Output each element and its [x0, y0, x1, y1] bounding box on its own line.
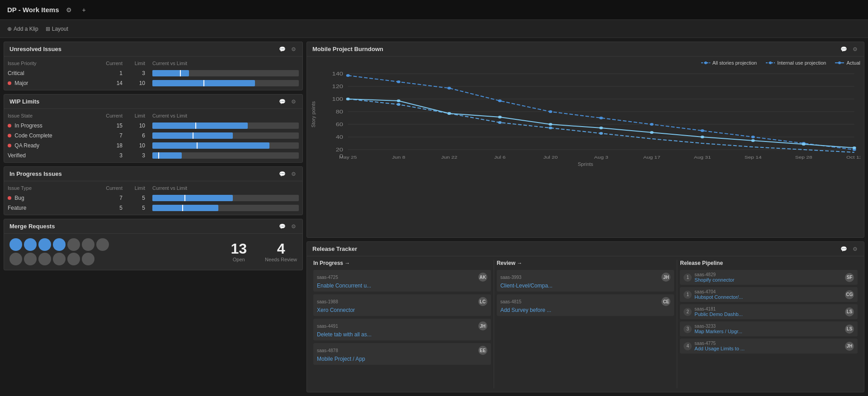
svg-point-49	[346, 98, 350, 100]
pipeline-card[interactable]: 2 saas-4181 Public Demo Dashb... LS	[680, 304, 858, 319]
merge-circle	[96, 238, 109, 251]
unresolved-issues-widget: Unresolved Issues 💬 ⚙ Issue Priority Cur…	[4, 42, 303, 90]
svg-text:140: 140	[332, 71, 343, 77]
review-card[interactable]: saas-3993 JH Client-Level/Compa...	[497, 270, 675, 292]
gear-button[interactable]: ⚙	[852, 246, 859, 252]
review-cards: saas-3993 JH Client-Level/Compa... saas-…	[497, 270, 675, 316]
svg-point-48	[599, 132, 603, 135]
svg-text:40: 40	[336, 134, 343, 140]
gear-button[interactable]: ⚙	[852, 46, 859, 52]
pipeline-card[interactable]: 1 saas-4829 Shopify connector SF	[680, 270, 858, 285]
merge-circle	[53, 253, 66, 265]
release-card[interactable]: saas-4725 AK Enable Concurrent u...	[313, 270, 491, 292]
pipeline-card[interactable]: 4 saas-4775 Add Usage Limits to ... JH	[680, 339, 858, 354]
bar-marker	[184, 195, 185, 201]
comment-button[interactable]: 💬	[278, 46, 287, 52]
svg-point-5	[838, 61, 841, 64]
wip-limits-header: WIP Limits 💬 ⚙	[4, 94, 302, 109]
add-tab-button[interactable]: +	[79, 5, 88, 14]
pipeline-id: saas-4181	[694, 306, 842, 311]
release-card[interactable]: saas-4491 JH Delete tab with all as...	[313, 319, 491, 340]
review-count: 4	[265, 241, 297, 256]
unresolved-issues-title: Unresolved Issues	[9, 46, 61, 52]
layout-button[interactable]: ⊞ Layout	[46, 26, 68, 32]
row-limit: 5	[126, 203, 149, 213]
card-header: saas-4815 CE	[500, 297, 671, 306]
burndown-content: All stories projection Internal use proj…	[307, 57, 864, 234]
in-progress-title: In Progress Issues	[9, 170, 62, 177]
chart-legend: All stories projection Internal use proj…	[311, 60, 860, 66]
release-tracker-title: Release Tracker	[312, 245, 357, 252]
add-klip-button[interactable]: ⊕ Add a Klip	[7, 26, 38, 32]
svg-text:20: 20	[336, 147, 343, 153]
svg-point-38	[650, 123, 654, 126]
comment-button[interactable]: 💬	[840, 46, 848, 52]
right-column: Mobile Project Burndown 💬 ⚙ All stories …	[307, 42, 864, 392]
bar-marker	[197, 142, 198, 149]
red-dot	[8, 124, 11, 127]
pipeline-card[interactable]: 1 saas-4704 Hubspot Connector/... CG	[680, 287, 858, 302]
row-bar	[149, 141, 302, 151]
settings-button[interactable]: ⚙	[63, 5, 75, 14]
bar-fill	[152, 195, 233, 201]
release-card[interactable]: saas-4878 EE Mobile Project / App	[313, 343, 491, 365]
release-tracker-widget: Release Tracker 💬 ⚙ In Progress → saas-4…	[307, 241, 864, 392]
gear-button[interactable]: ⚙	[290, 171, 297, 177]
row-label: Bug	[4, 193, 99, 203]
comment-button[interactable]: 💬	[278, 223, 287, 230]
in-progress-header: In Progress Issues 💬 ⚙	[4, 167, 302, 181]
pipeline-num: 1	[684, 273, 692, 282]
comment-button[interactable]: 💬	[278, 99, 287, 105]
merge-circle	[53, 238, 66, 251]
row-limit: 10	[126, 78, 149, 88]
page-title: DP - Work Items	[7, 6, 59, 14]
release-card[interactable]: saas-1988 LC Xero Connector	[313, 294, 491, 316]
merge-circle	[67, 238, 80, 251]
bar-container	[152, 205, 299, 211]
card-id: saas-4725	[317, 275, 338, 280]
svg-point-54	[599, 127, 603, 129]
wip-limits-actions: 💬 ⚙	[278, 99, 297, 105]
unresolved-issues-body: Issue Priority Current Limit Current vs …	[4, 57, 302, 90]
card-id: saas-4815	[500, 299, 522, 304]
svg-point-37	[599, 117, 603, 119]
bar-fill	[152, 70, 189, 76]
table-row: Major 14 10	[4, 78, 302, 88]
card-header: saas-4491 JH	[317, 321, 487, 330]
red-dot	[8, 81, 11, 85]
bar-marker	[180, 70, 181, 76]
pipeline-info: saas-4829 Shopify connector	[694, 272, 842, 283]
merge-circle	[24, 238, 37, 251]
merge-stats: 13 Open 4 Needs Review	[231, 241, 297, 262]
comment-button[interactable]: 💬	[278, 171, 287, 177]
svg-text:Aug 17: Aug 17	[643, 155, 660, 160]
gear-button[interactable]: ⚙	[290, 99, 297, 105]
review-stat: 4 Needs Review	[265, 241, 297, 262]
comment-button[interactable]: 💬	[840, 246, 848, 252]
pipeline-title: Shopify connector	[694, 277, 842, 283]
in-progress-cards: saas-4725 AK Enable Concurrent u... saas…	[313, 270, 491, 365]
bar-fill	[152, 152, 182, 159]
gear-button[interactable]: ⚙	[290, 223, 297, 230]
bar-container	[152, 123, 299, 129]
pipeline-num: 3	[684, 325, 692, 333]
card-header: saas-4725 AK	[317, 273, 487, 282]
bar-fill	[152, 142, 269, 149]
svg-point-55	[650, 131, 654, 134]
row-current: 15	[99, 121, 126, 131]
wip-limits-widget: WIP Limits 💬 ⚙ Issue State Current Limit…	[4, 94, 303, 163]
merge-requests-title: Merge Requests	[9, 223, 55, 230]
card-avatar: JH	[478, 321, 487, 330]
pipeline-title: Public Demo Dashb...	[694, 311, 842, 317]
pipeline-card[interactable]: 3 saas-3233 Map Markers / Upgr... LS	[680, 321, 858, 336]
svg-point-53	[549, 123, 552, 126]
card-avatar: AK	[478, 273, 487, 282]
gear-button[interactable]: ⚙	[290, 46, 297, 52]
table-row: Feature 5 5	[4, 203, 302, 213]
bar-container	[152, 195, 299, 201]
svg-point-39	[701, 129, 704, 132]
bar-marker	[195, 123, 196, 129]
review-card[interactable]: saas-4815 CE Add Survey before ...	[497, 294, 675, 316]
col-priority: Issue Priority	[4, 58, 99, 68]
bar-fill	[152, 123, 248, 129]
